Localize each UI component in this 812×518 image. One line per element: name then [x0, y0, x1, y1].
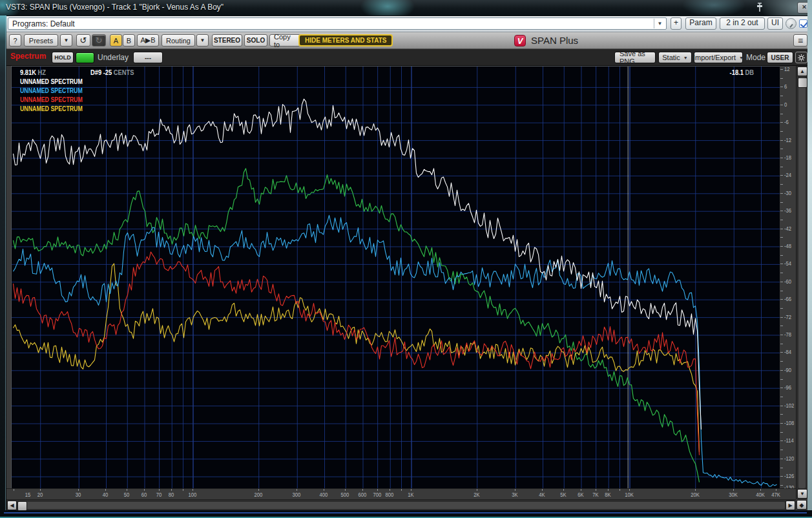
db-tick: [780, 220, 783, 220]
db-tick-label: -24: [784, 172, 791, 178]
scroll-down-button[interactable]: ▼: [797, 489, 807, 499]
spectrum-curve-underlay-spectrum: [14, 169, 700, 482]
scroll-up-button[interactable]: ▲: [797, 67, 807, 76]
db-tick: [780, 432, 783, 433]
freq-tick-label: 30: [76, 492, 81, 498]
hide-meters-button[interactable]: HIDE METERS AND STATS: [298, 34, 393, 47]
freq-tick-label: 5K: [560, 492, 566, 498]
legend-item-4: UNNAMED SPECTRUM: [20, 105, 83, 114]
io-config-button[interactable]: 2 in 2 out: [720, 17, 765, 30]
bypass-checkbox[interactable]: [799, 19, 807, 28]
settings-button[interactable]: [795, 52, 807, 63]
freq-tick: [105, 489, 106, 491]
ui-button[interactable]: UI: [767, 17, 783, 30]
import-export-dropdown-button[interactable]: Import/Export▼: [694, 52, 743, 63]
presets-button[interactable]: Presets: [24, 34, 58, 47]
scroll-left-button[interactable]: ◀: [7, 501, 17, 510]
window-bottom-border: [0, 510, 812, 518]
window-left-border: [0, 16, 6, 510]
readout-cursor-level: -18.1 DB: [730, 68, 754, 76]
chevron-down-icon[interactable]: ▼: [654, 19, 665, 28]
freq-tick-label: 8K: [605, 492, 610, 498]
v-scroll-track[interactable]: [798, 77, 806, 488]
scroll-right-button[interactable]: ▶: [786, 501, 795, 510]
freq-tick-label: 10K: [625, 492, 634, 498]
mode-user-button[interactable]: USER: [767, 52, 793, 63]
solo-button[interactable]: SOLO: [244, 34, 267, 47]
programs-combobox[interactable]: Programs: Default ▼: [8, 17, 667, 30]
underlay-label: Underlay: [98, 53, 129, 62]
pin-icon[interactable]: [755, 2, 765, 14]
freq-tick-label: 700: [373, 492, 382, 498]
h-scroll-track[interactable]: [17, 502, 785, 509]
db-tick-label: -72: [784, 314, 791, 320]
add-program-button[interactable]: +: [671, 17, 682, 30]
freq-tick-label: 15: [25, 492, 31, 498]
redo-icon[interactable]: ↻: [92, 34, 106, 47]
freq-tick: [14, 489, 14, 491]
spectrum-bar: Spectrum HOLD Underlay --- Save as PNG S…: [6, 49, 807, 66]
resize-button[interactable]: ◆: [796, 500, 807, 510]
spectrum-curve-unnamed-spectrum-2: [14, 215, 777, 486]
db-tick-label: -60: [784, 278, 791, 285]
db-tick: [780, 406, 783, 406]
menu-button[interactable]: ≡: [793, 34, 807, 47]
freq-tick: [629, 489, 630, 491]
db-tick: [780, 335, 783, 335]
db-tick: [780, 379, 783, 380]
programs-combobox-value: Programs: Default: [12, 19, 75, 28]
vertical-scrollbar[interactable]: ▲ ▼: [796, 66, 807, 499]
title-bar[interactable]: VST3: SPAN Plus (Voxengo) - Track 1 "Bjo…: [0, 0, 812, 16]
stereo-button[interactable]: STEREO: [212, 34, 242, 47]
spectrum-plot[interactable]: 9.81K HZ D#9 -25 CENTS -18.1 DB UNNAMED …: [11, 66, 780, 489]
undo-icon[interactable]: ↺: [76, 34, 90, 47]
copy-to-button[interactable]: Copy to: [269, 34, 300, 47]
db-tick: [780, 282, 783, 282]
freq-tick-label: 500: [341, 492, 349, 498]
ab-a-button[interactable]: A: [110, 34, 122, 47]
db-tick: [780, 317, 783, 318]
db-tick: [780, 96, 783, 96]
db-tick-label: -30: [784, 190, 791, 196]
freq-tick: [619, 489, 620, 491]
v-scroll-thumb[interactable]: [798, 78, 807, 88]
db-tick-label: -36: [784, 207, 791, 214]
db-tick-label: -42: [784, 225, 791, 232]
freq-tick-label: 2K: [474, 492, 479, 498]
routing-button[interactable]: Routing: [161, 34, 195, 47]
db-tick-label: -126: [784, 473, 794, 479]
voxengo-logo-icon: V: [514, 35, 526, 47]
tab-spectrum[interactable]: Spectrum: [10, 52, 48, 63]
freq-tick-label: 6K: [578, 492, 583, 498]
help-button[interactable]: ?: [9, 34, 21, 47]
routing-dropdown-icon[interactable]: ▼: [196, 34, 209, 47]
hold-button[interactable]: HOLD: [52, 52, 74, 63]
db-tick: [780, 352, 783, 353]
horizontal-scrollbar[interactable]: ◀ ▶: [6, 499, 796, 510]
db-tick: [780, 326, 783, 326]
save-png-button[interactable]: Save as PNG: [614, 52, 656, 63]
db-tick-label: 12: [784, 66, 790, 72]
db-tick: [780, 167, 783, 167]
db-tick-label: -48: [784, 243, 791, 249]
a-to-b-button[interactable]: A▶B: [137, 34, 159, 47]
db-tick: [780, 69, 783, 70]
param-button[interactable]: Param: [685, 17, 716, 30]
freq-tick-label: 800: [386, 492, 394, 498]
db-tick: [780, 229, 783, 229]
freq-tick: [760, 489, 761, 491]
gear-icon: [797, 54, 806, 62]
db-tick: [780, 388, 783, 388]
h-scroll-thumb[interactable]: [17, 501, 27, 511]
db-tick-label: 0: [784, 101, 787, 108]
freq-tick: [377, 489, 378, 491]
static-dropdown-button[interactable]: Static▼: [658, 52, 692, 63]
chevron-down-icon: ▼: [739, 56, 744, 60]
underlay-color-swatch[interactable]: [76, 52, 94, 63]
presets-dropdown-icon[interactable]: ▼: [60, 34, 72, 47]
plugin-window: VST3: SPAN Plus (Voxengo) - Track 1 "Bjo…: [0, 0, 812, 518]
freq-tick: [362, 489, 363, 491]
ab-b-button[interactable]: B: [123, 34, 135, 47]
underlay-select-button[interactable]: ---: [133, 52, 163, 63]
knob-icon[interactable]: [786, 18, 796, 29]
